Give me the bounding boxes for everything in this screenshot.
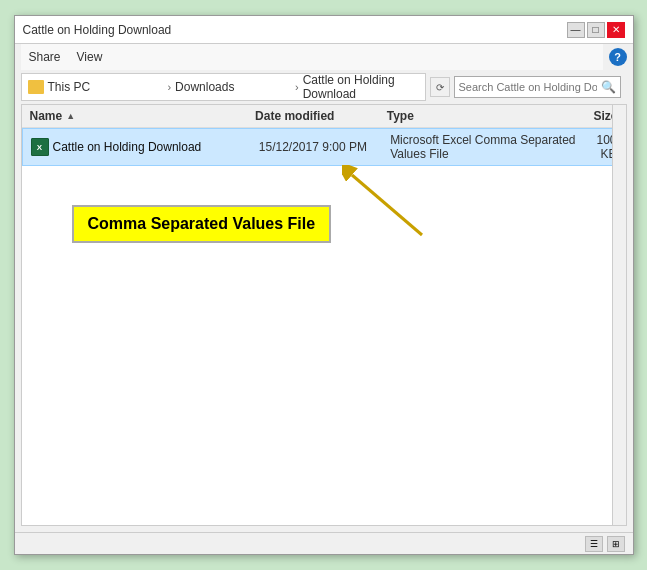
file-type: Microsoft Excel Comma Separated Values F… xyxy=(390,133,596,161)
help-button[interactable]: ? xyxy=(609,48,627,66)
sort-arrow-icon: ▲ xyxy=(66,111,75,121)
col-header-type: Type xyxy=(387,109,594,123)
search-icon[interactable]: 🔍 xyxy=(601,80,616,94)
annotation-arrow xyxy=(342,165,442,245)
excel-icon: X xyxy=(31,138,49,156)
close-button[interactable]: ✕ xyxy=(607,22,625,38)
status-bar: ☰ ⊞ xyxy=(15,532,633,554)
col-header-name: Name ▲ xyxy=(30,109,256,123)
refresh-button[interactable]: ⟳ xyxy=(430,77,450,97)
breadcrumb-this-pc: This PC xyxy=(48,80,164,94)
view-menu[interactable]: View xyxy=(77,50,103,64)
address-bar[interactable]: This PC › Downloads › Cattle on Holding … xyxy=(21,73,426,101)
list-view-button[interactable]: ☰ xyxy=(585,536,603,552)
search-bar[interactable]: 🔍 xyxy=(454,76,621,98)
svg-line-1 xyxy=(352,175,422,235)
file-date-modified: 15/12/2017 9:00 PM xyxy=(259,140,390,154)
file-row[interactable]: X Cattle on Holding Download 15/12/2017 … xyxy=(22,128,626,166)
share-menu[interactable]: Share xyxy=(29,50,61,64)
file-explorer-window: Cattle on Holding Download — □ ✕ Share V… xyxy=(14,15,634,555)
ribbon-toolbar: Share View xyxy=(21,44,603,70)
breadcrumb-downloads: Downloads xyxy=(175,80,291,94)
window-controls: — □ ✕ xyxy=(567,22,625,38)
window-title: Cattle on Holding Download xyxy=(23,23,172,37)
file-list-area: Name ▲ Date modified Type Size X Cattle … xyxy=(21,104,627,526)
column-header-row: Name ▲ Date modified Type Size xyxy=(22,105,626,128)
folder-icon xyxy=(28,80,44,94)
title-bar: Cattle on Holding Download — □ ✕ xyxy=(15,16,633,44)
search-input[interactable] xyxy=(459,81,597,93)
maximize-button[interactable]: □ xyxy=(587,22,605,38)
details-view-button[interactable]: ⊞ xyxy=(607,536,625,552)
col-header-date: Date modified xyxy=(255,109,387,123)
vertical-scrollbar[interactable] xyxy=(612,105,626,525)
minimize-button[interactable]: — xyxy=(567,22,585,38)
breadcrumb-sep1: › xyxy=(167,81,171,93)
annotation-label: Comma Separated Values File xyxy=(72,205,332,243)
breadcrumb-sep2: › xyxy=(295,81,299,93)
file-name: Cattle on Holding Download xyxy=(53,140,259,154)
breadcrumb-current: Cattle on Holding Download xyxy=(303,73,419,101)
